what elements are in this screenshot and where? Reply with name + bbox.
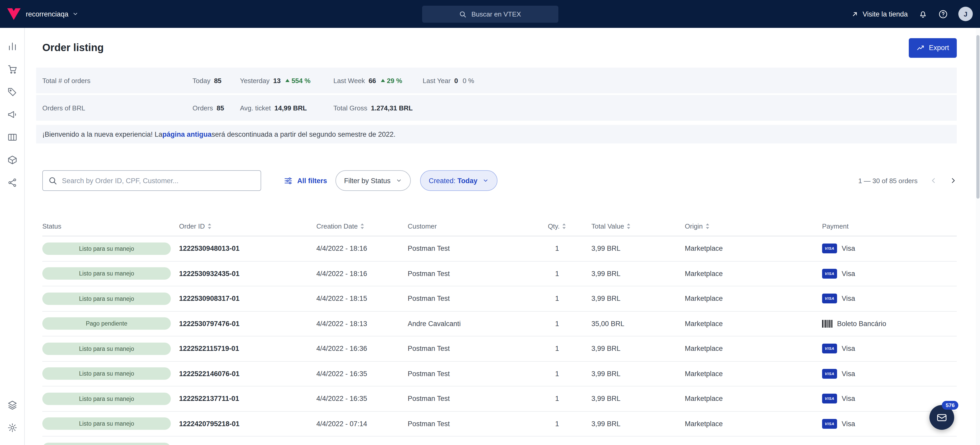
payment-label: Visa [842, 295, 855, 303]
sidebar-item-shipping[interactable] [7, 155, 17, 165]
package-icon [7, 155, 17, 165]
order-id-cell: 1222530932435-01 [179, 270, 317, 278]
chevron-right-icon [950, 177, 957, 184]
export-label: Export [929, 44, 949, 52]
sidebar-item-promotions[interactable] [7, 87, 17, 97]
help-button[interactable] [938, 9, 948, 19]
qty-cell: 1 [543, 245, 571, 253]
banner-text: será descontinuada a partir del segundo … [212, 130, 396, 138]
qty-cell: 1 [543, 395, 571, 403]
table-row[interactable]: Listo para su manejo 1222522115719-01 4/… [42, 336, 957, 361]
order-id-cell: 1222530908317-01 [179, 295, 317, 303]
origin-cell: Marketplace [685, 370, 822, 378]
filter-by-status-dropdown[interactable]: Filter by Status [336, 170, 411, 191]
status-cell: Listo para su manejo [42, 243, 179, 255]
sidebar-item-settings[interactable] [7, 422, 17, 432]
sidebar-item-apps[interactable] [7, 400, 17, 410]
status-badge: Listo para su manejo [42, 267, 171, 280]
all-filters-button[interactable]: All filters [284, 176, 327, 185]
col-header-total-value[interactable]: Total Value [571, 222, 685, 230]
metric-total-gross: Total Gross 1.274,31 BRL [333, 104, 423, 112]
payment-label: Visa [842, 395, 855, 403]
export-button[interactable]: Export [909, 38, 957, 57]
support-chat-button[interactable]: 576 [929, 405, 954, 429]
tag-icon [7, 87, 17, 97]
creation-date-cell: 4/4/2022 - 16:35 [317, 370, 408, 378]
banner-text: ¡Bienvenido a la nueva experiencia! La [42, 130, 162, 138]
col-header-creation-date[interactable]: Creation Date [317, 222, 408, 230]
table-row[interactable]: Listo para su manejo 1222420795218-01 4/… [42, 412, 957, 437]
payment-cell: VISA Visa [822, 294, 957, 304]
col-header-qty[interactable]: Qty. [543, 222, 571, 230]
old-page-link[interactable]: página antigua [162, 130, 212, 138]
table-row[interactable]: Listo para su manejo 1222522146076-01 4/… [42, 361, 957, 386]
origin-cell: Marketplace [685, 395, 822, 403]
sliders-icon [284, 176, 293, 185]
col-header-status: Status [42, 222, 179, 230]
table-header-row: Status Order ID Creation Date Customer Q… [42, 216, 957, 236]
scrollbar-thumb[interactable] [977, 35, 980, 199]
delta-up: 29 % [380, 76, 402, 84]
pagination: 1 — 30 of 85 orders [858, 177, 957, 184]
table-row[interactable]: Listo para su manejo 1222530948013-01 4/… [42, 236, 957, 261]
filter-controls: All filters Filter by Status Created: To… [42, 170, 957, 191]
payment-cell: VISA Visa [822, 269, 957, 279]
status-badge: Pago pendiente [42, 318, 171, 330]
shopping-cart-icon [7, 64, 17, 74]
barcode-icon [822, 320, 832, 327]
origin-cell: Marketplace [685, 270, 822, 278]
sidebar-item-marketing[interactable] [7, 110, 17, 120]
megaphone-icon [7, 110, 17, 120]
customer-cell: Postman Test [408, 420, 543, 428]
col-header-origin[interactable]: Origin [685, 222, 822, 230]
total-value-cell: 3,99 BRL [571, 370, 685, 378]
col-header-order-id[interactable]: Order ID [179, 222, 317, 230]
visa-icon: VISA [822, 419, 837, 429]
creation-date-cell: 4/4/2022 - 18:16 [317, 270, 408, 278]
payment-label: Visa [842, 345, 855, 353]
total-value-cell: 3,99 BRL [571, 420, 685, 428]
visa-icon: VISA [822, 244, 837, 254]
notifications-button[interactable] [918, 9, 928, 19]
status-cell: Listo para su manejo [42, 343, 179, 355]
sort-icon [627, 222, 631, 229]
sidebar-item-analytics[interactable] [7, 41, 17, 52]
payment-label: Visa [842, 245, 855, 253]
account-switcher[interactable]: recorrenciaqa [26, 10, 78, 18]
qty-cell: 1 [543, 270, 571, 278]
payment-cell: VISA Visa [822, 244, 957, 254]
user-avatar[interactable]: J [958, 7, 973, 21]
status-cell: Listo para su manejo [42, 267, 179, 280]
share-network-icon [7, 178, 17, 188]
table-row[interactable]: Listo para su manejo 1222530932435-01 4/… [42, 261, 957, 286]
table-row[interactable]: Listo para su manejo 1222530908317-01 4/… [42, 286, 957, 312]
qty-cell: 1 [543, 320, 571, 327]
order-search-input[interactable] [42, 170, 261, 191]
payment-cell: VISA Boleto Bancário [822, 320, 957, 327]
scrollbar-track [976, 28, 980, 445]
table-row[interactable]: Listo para su manejo VISA [42, 437, 957, 445]
col-header-payment: Payment [822, 222, 957, 230]
chevron-down-icon [482, 178, 489, 184]
next-page-button[interactable] [950, 177, 957, 184]
sidebar-item-integrations[interactable] [7, 178, 17, 188]
previous-page-button[interactable] [930, 177, 937, 184]
table-row[interactable]: Listo para su manejo 1222522137711-01 4/… [42, 386, 957, 412]
vtex-global-search[interactable]: Buscar en VTEX [422, 6, 558, 23]
topbar: recorrenciaqa Buscar en VTEX Visite la t… [0, 0, 980, 28]
created-filter-dropdown[interactable]: Created: Today [420, 170, 498, 191]
sidebar-item-orders[interactable] [7, 64, 17, 74]
sidebar-item-catalog[interactable] [7, 132, 17, 142]
visit-store-button[interactable]: Visite la tienda [851, 10, 908, 18]
customer-cell: Postman Test [408, 370, 543, 378]
creation-date-cell: 4/4/2022 - 16:36 [317, 345, 408, 353]
status-badge: Listo para su manejo [42, 393, 171, 405]
vtex-logo-icon[interactable] [7, 8, 21, 20]
sort-icon [562, 222, 566, 229]
payment-label: Visa [842, 270, 855, 278]
origin-cell: Marketplace [685, 345, 822, 353]
total-value-cell: 35,00 BRL [571, 320, 685, 327]
status-badge: Listo para su manejo [42, 418, 171, 430]
total-value-cell: 3,99 BRL [571, 245, 685, 253]
table-row[interactable]: Pago pendiente 1222530797476-01 4/4/2022… [42, 312, 957, 336]
